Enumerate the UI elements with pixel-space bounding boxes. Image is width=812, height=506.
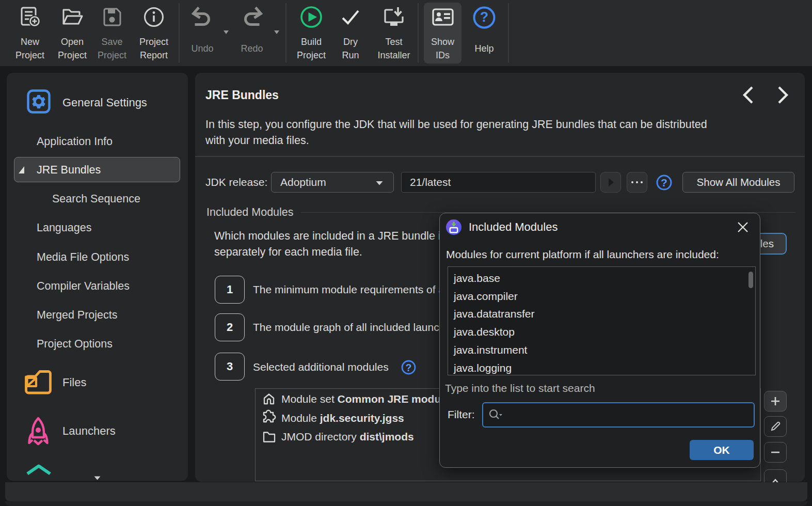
svg-text:?: ? bbox=[661, 177, 667, 188]
svg-text:?: ? bbox=[406, 362, 412, 373]
svg-text:?: ? bbox=[480, 9, 489, 25]
